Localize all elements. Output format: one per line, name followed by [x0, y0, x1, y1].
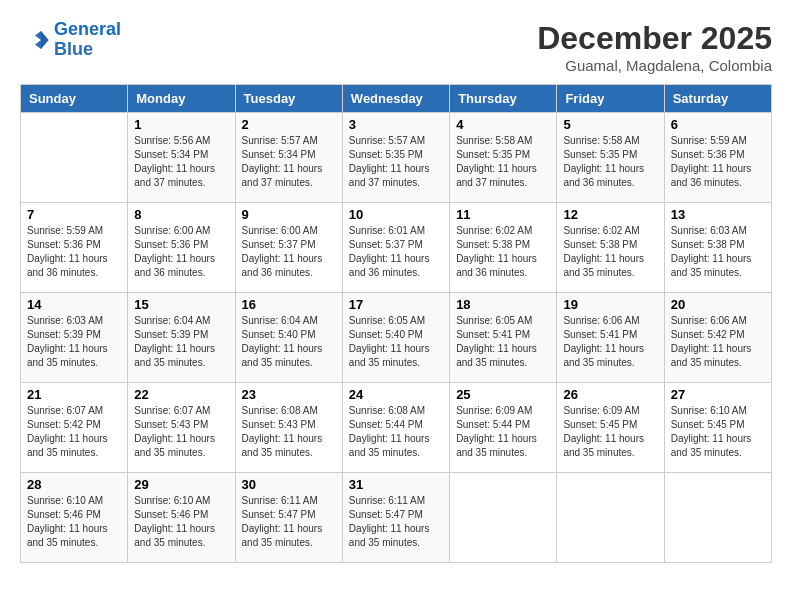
day-info: Sunrise: 5:59 AMSunset: 5:36 PMDaylight:… [27, 225, 108, 278]
calendar-cell: 10 Sunrise: 6:01 AMSunset: 5:37 PMDaylig… [342, 203, 449, 293]
day-number: 20 [671, 297, 765, 312]
header: General Blue December 2025 Guamal, Magda… [20, 20, 772, 74]
calendar-cell: 6 Sunrise: 5:59 AMSunset: 5:36 PMDayligh… [664, 113, 771, 203]
day-number: 2 [242, 117, 336, 132]
calendar-week-row: 14 Sunrise: 6:03 AMSunset: 5:39 PMDaylig… [21, 293, 772, 383]
calendar-cell: 9 Sunrise: 6:00 AMSunset: 5:37 PMDayligh… [235, 203, 342, 293]
day-number: 12 [563, 207, 657, 222]
day-number: 19 [563, 297, 657, 312]
calendar-cell: 12 Sunrise: 6:02 AMSunset: 5:38 PMDaylig… [557, 203, 664, 293]
day-info: Sunrise: 5:56 AMSunset: 5:34 PMDaylight:… [134, 135, 215, 188]
day-number: 1 [134, 117, 228, 132]
day-info: Sunrise: 5:58 AMSunset: 5:35 PMDaylight:… [563, 135, 644, 188]
day-info: Sunrise: 5:57 AMSunset: 5:35 PMDaylight:… [349, 135, 430, 188]
calendar-cell: 7 Sunrise: 5:59 AMSunset: 5:36 PMDayligh… [21, 203, 128, 293]
day-number: 11 [456, 207, 550, 222]
header-cell-tuesday: Tuesday [235, 85, 342, 113]
calendar-cell: 14 Sunrise: 6:03 AMSunset: 5:39 PMDaylig… [21, 293, 128, 383]
calendar-cell: 2 Sunrise: 5:57 AMSunset: 5:34 PMDayligh… [235, 113, 342, 203]
calendar-cell: 20 Sunrise: 6:06 AMSunset: 5:42 PMDaylig… [664, 293, 771, 383]
calendar-week-row: 7 Sunrise: 5:59 AMSunset: 5:36 PMDayligh… [21, 203, 772, 293]
calendar-cell: 15 Sunrise: 6:04 AMSunset: 5:39 PMDaylig… [128, 293, 235, 383]
header-cell-wednesday: Wednesday [342, 85, 449, 113]
calendar-cell: 3 Sunrise: 5:57 AMSunset: 5:35 PMDayligh… [342, 113, 449, 203]
day-info: Sunrise: 6:03 AMSunset: 5:39 PMDaylight:… [27, 315, 108, 368]
day-info: Sunrise: 6:00 AMSunset: 5:36 PMDaylight:… [134, 225, 215, 278]
calendar-week-row: 28 Sunrise: 6:10 AMSunset: 5:46 PMDaylig… [21, 473, 772, 563]
day-info: Sunrise: 5:58 AMSunset: 5:35 PMDaylight:… [456, 135, 537, 188]
day-number: 27 [671, 387, 765, 402]
day-number: 16 [242, 297, 336, 312]
day-info: Sunrise: 6:05 AMSunset: 5:40 PMDaylight:… [349, 315, 430, 368]
day-number: 10 [349, 207, 443, 222]
calendar-cell: 13 Sunrise: 6:03 AMSunset: 5:38 PMDaylig… [664, 203, 771, 293]
day-info: Sunrise: 5:57 AMSunset: 5:34 PMDaylight:… [242, 135, 323, 188]
day-number: 9 [242, 207, 336, 222]
day-number: 15 [134, 297, 228, 312]
day-number: 29 [134, 477, 228, 492]
day-number: 23 [242, 387, 336, 402]
calendar-cell: 28 Sunrise: 6:10 AMSunset: 5:46 PMDaylig… [21, 473, 128, 563]
day-number: 21 [27, 387, 121, 402]
day-number: 31 [349, 477, 443, 492]
calendar-table: SundayMondayTuesdayWednesdayThursdayFrid… [20, 84, 772, 563]
day-number: 22 [134, 387, 228, 402]
day-info: Sunrise: 6:09 AMSunset: 5:45 PMDaylight:… [563, 405, 644, 458]
day-number: 3 [349, 117, 443, 132]
calendar-week-row: 21 Sunrise: 6:07 AMSunset: 5:42 PMDaylig… [21, 383, 772, 473]
calendar-cell: 18 Sunrise: 6:05 AMSunset: 5:41 PMDaylig… [450, 293, 557, 383]
calendar-header-row: SundayMondayTuesdayWednesdayThursdayFrid… [21, 85, 772, 113]
day-number: 28 [27, 477, 121, 492]
day-number: 14 [27, 297, 121, 312]
day-info: Sunrise: 6:08 AMSunset: 5:44 PMDaylight:… [349, 405, 430, 458]
day-info: Sunrise: 6:10 AMSunset: 5:46 PMDaylight:… [134, 495, 215, 548]
day-number: 30 [242, 477, 336, 492]
day-info: Sunrise: 6:06 AMSunset: 5:42 PMDaylight:… [671, 315, 752, 368]
day-number: 17 [349, 297, 443, 312]
calendar-cell: 19 Sunrise: 6:06 AMSunset: 5:41 PMDaylig… [557, 293, 664, 383]
day-info: Sunrise: 6:01 AMSunset: 5:37 PMDaylight:… [349, 225, 430, 278]
day-info: Sunrise: 6:10 AMSunset: 5:46 PMDaylight:… [27, 495, 108, 548]
calendar-cell: 25 Sunrise: 6:09 AMSunset: 5:44 PMDaylig… [450, 383, 557, 473]
day-info: Sunrise: 6:00 AMSunset: 5:37 PMDaylight:… [242, 225, 323, 278]
day-number: 5 [563, 117, 657, 132]
day-info: Sunrise: 6:02 AMSunset: 5:38 PMDaylight:… [456, 225, 537, 278]
day-info: Sunrise: 6:04 AMSunset: 5:40 PMDaylight:… [242, 315, 323, 368]
day-number: 7 [27, 207, 121, 222]
day-number: 13 [671, 207, 765, 222]
calendar-cell: 27 Sunrise: 6:10 AMSunset: 5:45 PMDaylig… [664, 383, 771, 473]
calendar-cell: 23 Sunrise: 6:08 AMSunset: 5:43 PMDaylig… [235, 383, 342, 473]
header-cell-friday: Friday [557, 85, 664, 113]
day-info: Sunrise: 6:03 AMSunset: 5:38 PMDaylight:… [671, 225, 752, 278]
subtitle: Guamal, Magdalena, Colombia [537, 57, 772, 74]
calendar-cell: 21 Sunrise: 6:07 AMSunset: 5:42 PMDaylig… [21, 383, 128, 473]
logo-line1: General [54, 19, 121, 39]
calendar-cell [664, 473, 771, 563]
calendar-cell: 24 Sunrise: 6:08 AMSunset: 5:44 PMDaylig… [342, 383, 449, 473]
calendar-cell: 29 Sunrise: 6:10 AMSunset: 5:46 PMDaylig… [128, 473, 235, 563]
logo-line2: Blue [54, 39, 93, 59]
day-number: 4 [456, 117, 550, 132]
day-info: Sunrise: 6:06 AMSunset: 5:41 PMDaylight:… [563, 315, 644, 368]
day-info: Sunrise: 6:05 AMSunset: 5:41 PMDaylight:… [456, 315, 537, 368]
calendar-cell [450, 473, 557, 563]
day-info: Sunrise: 6:11 AMSunset: 5:47 PMDaylight:… [349, 495, 430, 548]
calendar-cell: 1 Sunrise: 5:56 AMSunset: 5:34 PMDayligh… [128, 113, 235, 203]
calendar-cell [21, 113, 128, 203]
day-info: Sunrise: 5:59 AMSunset: 5:36 PMDaylight:… [671, 135, 752, 188]
day-info: Sunrise: 6:09 AMSunset: 5:44 PMDaylight:… [456, 405, 537, 458]
day-info: Sunrise: 6:02 AMSunset: 5:38 PMDaylight:… [563, 225, 644, 278]
calendar-cell: 4 Sunrise: 5:58 AMSunset: 5:35 PMDayligh… [450, 113, 557, 203]
day-info: Sunrise: 6:08 AMSunset: 5:43 PMDaylight:… [242, 405, 323, 458]
calendar-cell: 31 Sunrise: 6:11 AMSunset: 5:47 PMDaylig… [342, 473, 449, 563]
calendar-cell [557, 473, 664, 563]
logo-text: General Blue [54, 20, 121, 60]
header-cell-monday: Monday [128, 85, 235, 113]
svg-marker-1 [41, 31, 49, 49]
calendar-cell: 8 Sunrise: 6:00 AMSunset: 5:36 PMDayligh… [128, 203, 235, 293]
header-cell-sunday: Sunday [21, 85, 128, 113]
day-number: 8 [134, 207, 228, 222]
day-number: 26 [563, 387, 657, 402]
header-cell-saturday: Saturday [664, 85, 771, 113]
day-info: Sunrise: 6:07 AMSunset: 5:42 PMDaylight:… [27, 405, 108, 458]
